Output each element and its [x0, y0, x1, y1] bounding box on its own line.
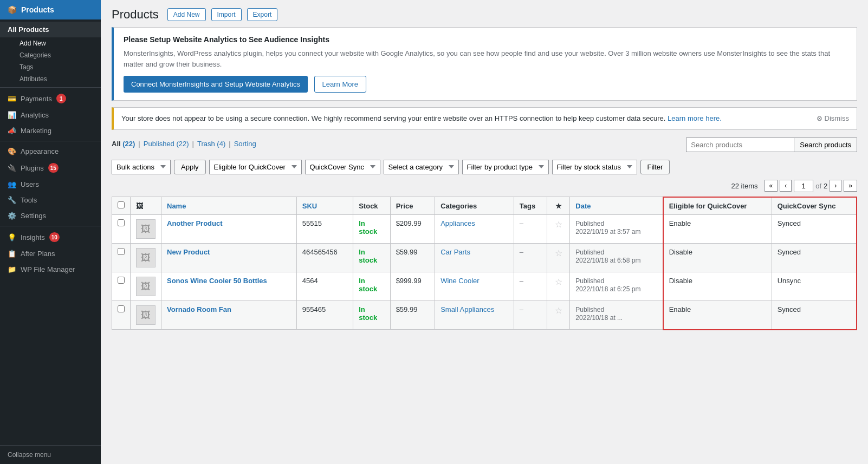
th-stock: Stock	[353, 197, 390, 215]
category-link[interactable]: Car Parts	[441, 248, 470, 256]
published-date: 2022/10/18 at 6:25 pm	[575, 285, 640, 293]
products-table: 🖼 Name SKU Stock Price Categories Tags ★…	[112, 197, 857, 330]
connect-monsterinsights-button[interactable]: Connect MonsterInsights and Setup Websit…	[124, 76, 308, 93]
featured-star[interactable]: ☆	[555, 306, 562, 315]
category-select[interactable]: Select a category	[384, 160, 459, 174]
marketing-icon: 📣	[8, 127, 16, 135]
product-type-select[interactable]: Filter by product type	[462, 160, 549, 174]
row-thumbnail-cell: 🖼	[131, 244, 161, 272]
sidebar-item-all-products[interactable]: All Products	[0, 22, 101, 37]
th-categories: Categories	[435, 197, 514, 215]
published-status: Published	[575, 220, 604, 227]
date-sort-link[interactable]: Date	[575, 202, 591, 210]
tab-published[interactable]: Published (22)	[144, 140, 189, 148]
row-stock-cell: Instock	[353, 215, 390, 244]
tools-label: Tools	[21, 196, 37, 204]
table-row: 🖼 Sonos Wine Cooler 50 Bottles 4564 Inst…	[112, 272, 857, 301]
after-plans-icon: 📋	[8, 250, 16, 258]
apply-button[interactable]: Apply	[174, 160, 206, 174]
search-button[interactable]: Search products	[794, 138, 857, 152]
select-all-checkbox[interactable]	[118, 201, 125, 208]
tab-all[interactable]: All (22)	[112, 140, 135, 148]
sidebar-item-users[interactable]: 👥 Users	[0, 177, 101, 192]
bulk-actions-select[interactable]: Bulk actions	[112, 160, 171, 174]
export-button[interactable]: Export	[247, 8, 278, 21]
row-price-cell: $59.99	[390, 301, 435, 330]
table-row: 🖼 Another Product 55515 Instock $209.99 …	[112, 215, 857, 244]
quickcover-sync-select[interactable]: QuickCover Sync	[305, 160, 380, 174]
sidebar-item-add-new[interactable]: Add New	[0, 37, 101, 49]
sidebar-item-analytics[interactable]: 📊 Analytics	[0, 107, 101, 123]
learn-more-button[interactable]: Learn More	[314, 76, 366, 93]
sidebar-header[interactable]: 📦 Products	[0, 0, 101, 19]
learn-more-link[interactable]: Learn more here.	[668, 114, 722, 122]
published-status: Published	[575, 277, 604, 285]
row-price-cell: $209.99	[390, 215, 435, 244]
th-eligible: Eligible for QuickCover	[663, 197, 772, 215]
sidebar-item-appearance[interactable]: 🎨 Appearance	[0, 143, 101, 159]
collapse-menu-label: Collapse menu	[8, 451, 51, 459]
users-icon: 👥	[8, 180, 16, 188]
tab-sorting[interactable]: Sorting	[234, 140, 256, 148]
category-link[interactable]: Wine Cooler	[441, 277, 480, 285]
featured-star[interactable]: ☆	[555, 220, 562, 229]
th-date[interactable]: Date	[570, 197, 663, 215]
settings-label: Settings	[21, 212, 46, 220]
stock-status: Instock	[359, 219, 377, 236]
row-featured-cell: ☆	[547, 215, 569, 244]
category-link[interactable]: Small Appliances	[441, 305, 494, 313]
sidebar-item-attributes[interactable]: Attributes	[0, 73, 101, 85]
row-checkbox[interactable]	[118, 305, 125, 312]
product-name-link[interactable]: New Product	[167, 248, 210, 256]
sidebar-item-settings[interactable]: ⚙️ Settings	[0, 208, 101, 224]
sidebar-item-marketing[interactable]: 📣 Marketing	[0, 123, 101, 139]
last-page-button[interactable]: »	[844, 180, 857, 192]
next-page-button[interactable]: ›	[830, 180, 841, 192]
row-sku-cell: 464565456	[296, 244, 353, 272]
stock-status-select[interactable]: Filter by stock status	[552, 160, 637, 174]
sidebar-item-tools[interactable]: 🔧 Tools	[0, 192, 101, 208]
tab-trash[interactable]: Trash (4)	[197, 140, 225, 148]
sidebar-item-after-plans[interactable]: 📋 After Plans	[0, 246, 101, 262]
featured-star[interactable]: ☆	[555, 277, 562, 286]
analytics-icon: 📊	[8, 111, 16, 119]
row-thumbnail-cell: 🖼	[131, 215, 161, 244]
sidebar-item-insights[interactable]: 💡 Insights 10	[0, 228, 101, 246]
th-price: Price	[390, 197, 435, 215]
sidebar-item-tags[interactable]: Tags	[0, 61, 101, 73]
product-name-link[interactable]: Sonos Wine Cooler 50 Bottles	[167, 277, 267, 285]
published-date: 2022/10/18 at ...	[575, 314, 623, 322]
after-plans-label: After Plans	[21, 250, 55, 258]
search-input[interactable]	[686, 138, 794, 152]
row-date-cell: Published 2022/10/18 at 6:25 pm	[570, 272, 663, 301]
sidebar-item-categories[interactable]: Categories	[0, 49, 101, 61]
category-link[interactable]: Appliances	[441, 219, 475, 227]
product-name-link[interactable]: Vornado Room Fan	[167, 305, 231, 313]
prev-page-button[interactable]: ‹	[780, 180, 792, 192]
sidebar-item-wp-file-manager[interactable]: 📁 WP File Manager	[0, 262, 101, 277]
products-icon: 📦	[8, 5, 17, 14]
analytics-banner-title: Please Setup Website Analytics to See Au…	[124, 35, 847, 44]
row-sync-cell: Unsync	[772, 272, 857, 301]
image-icon: 🖼	[136, 202, 143, 210]
featured-star[interactable]: ☆	[555, 249, 562, 258]
th-name[interactable]: Name	[161, 197, 297, 215]
filter-button[interactable]: Filter	[640, 160, 670, 174]
import-button[interactable]: Import	[211, 8, 242, 21]
row-checkbox[interactable]	[118, 248, 125, 255]
th-sku[interactable]: SKU	[296, 197, 353, 215]
collapse-menu[interactable]: Collapse menu	[0, 445, 101, 464]
quickcover-filter-select[interactable]: Eligible for QuickCover	[209, 160, 302, 174]
row-checkbox[interactable]	[118, 277, 125, 284]
first-page-button[interactable]: «	[765, 180, 778, 192]
tags-value: –	[520, 305, 523, 313]
sku-sort-link[interactable]: SKU	[302, 202, 317, 210]
dismiss-button[interactable]: ⊗ Dismiss	[817, 113, 850, 124]
name-sort-link[interactable]: Name	[167, 202, 186, 210]
product-name-link[interactable]: Another Product	[167, 219, 223, 227]
row-checkbox[interactable]	[118, 219, 125, 226]
add-new-button[interactable]: Add New	[167, 8, 206, 21]
sidebar-item-payments[interactable]: 💳 Payments 1	[0, 90, 101, 107]
page-number-input[interactable]	[794, 180, 813, 192]
sidebar-item-plugins[interactable]: 🔌 Plugins 15	[0, 159, 101, 177]
